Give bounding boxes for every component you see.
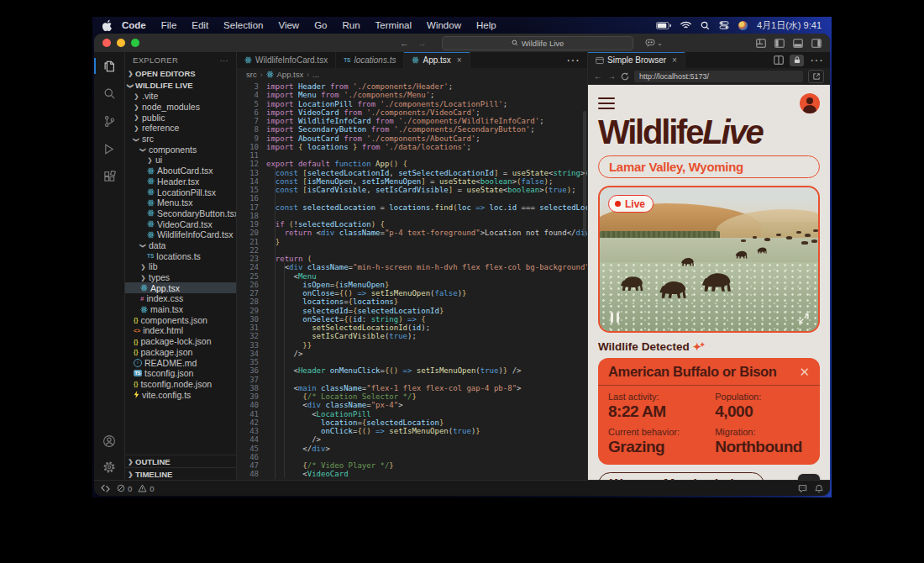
menu-go[interactable]: Go	[307, 20, 334, 30]
tree-item-src[interactable]: ❯src	[125, 134, 236, 145]
tree-item-index-html[interactable]: <>index.html	[125, 325, 236, 336]
control-center-icon[interactable]	[719, 21, 729, 29]
hamburger-menu-icon[interactable]	[598, 97, 615, 109]
customize-layout-icon[interactable]	[756, 39, 766, 48]
tree-item-main-tsx[interactable]: main.tsx	[125, 304, 236, 315]
copilot-menu[interactable]: ⌄	[645, 39, 663, 47]
tree-item-reference[interactable]: ❯reference	[125, 123, 236, 134]
floating-widget-button[interactable]	[798, 474, 820, 481]
back-icon[interactable]: ←	[400, 38, 409, 48]
wifi-icon[interactable]	[680, 21, 691, 29]
window-controls[interactable]	[102, 39, 139, 47]
tree-item--vite[interactable]: ❯.vite	[125, 91, 236, 102]
explorer-icon[interactable]	[94, 52, 124, 80]
menu-edit[interactable]: Edit	[184, 20, 216, 30]
url-input[interactable]: http://localhost:5173/	[634, 71, 803, 82]
pause-button-icon[interactable]	[611, 313, 619, 323]
breadcrumb-item[interactable]: src	[246, 70, 257, 79]
problems-indicator[interactable]: 0 0	[117, 484, 155, 493]
minimize-window-button[interactable]	[117, 39, 125, 47]
open-external-icon[interactable]	[808, 70, 824, 83]
tree-item-data[interactable]: ❯data	[125, 240, 236, 251]
western-meadowlark-button[interactable]: Western Meadowlark+	[598, 472, 764, 480]
tree-item-tsconfig-node-json[interactable]: {}tsconfig.node.json	[125, 379, 236, 390]
tree-item-wildlifeinfocard-tsx[interactable]: WildlifeInfoCard.tsx	[125, 229, 236, 240]
tab-app-tsx[interactable]: App.tsx×	[404, 52, 470, 68]
extensions-icon[interactable]	[94, 163, 124, 191]
feedback-icon[interactable]	[798, 484, 807, 493]
toggle-panel-icon[interactable]	[793, 39, 803, 48]
apple-logo-icon[interactable]	[102, 19, 113, 31]
forward-icon[interactable]: →	[417, 38, 427, 48]
workspace-root[interactable]: ❯WILDLIFE LIVE	[125, 79, 236, 91]
tab-locations-ts[interactable]: TSlocations.ts	[336, 52, 404, 68]
menu-selection[interactable]: Selection	[216, 20, 270, 30]
tree-item-locationpill-tsx[interactable]: LocationPill.tsx	[125, 187, 236, 197]
editor-actions-icon[interactable]: ···	[559, 52, 587, 68]
menu-view[interactable]: View	[270, 20, 307, 30]
editor-scrollbar[interactable]	[583, 111, 586, 237]
settings-gear-icon[interactable]	[94, 455, 124, 480]
zoom-window-button[interactable]	[131, 39, 139, 47]
menu-run[interactable]: Run	[334, 20, 367, 30]
tab-wildlifeinfocard-tsx[interactable]: WildlifeInfoCard.tsx	[237, 52, 336, 68]
tree-item-node_modules[interactable]: ❯node_modules	[125, 102, 236, 113]
account-icon[interactable]	[94, 427, 124, 455]
tree-item-public[interactable]: ❯public	[125, 112, 236, 123]
tree-item-components-json[interactable]: {}components.json	[125, 314, 236, 325]
more-actions-icon[interactable]: ···	[810, 53, 823, 68]
close-window-button[interactable]	[102, 39, 111, 47]
avatar[interactable]	[800, 93, 820, 113]
tree-item-secondarybutton-tsx[interactable]: SecondaryButton.tsx	[125, 208, 236, 219]
tree-item-locations-ts[interactable]: TSlocations.ts	[125, 250, 236, 261]
menu-code[interactable]: Code	[114, 20, 154, 30]
toggle-primary-sidebar-icon[interactable]	[774, 39, 785, 48]
tree-item-aboutcard-tsx[interactable]: AboutCard.tsx	[125, 166, 236, 176]
run-debug-icon[interactable]	[94, 135, 124, 163]
menu-terminal[interactable]: Terminal	[368, 20, 419, 30]
menubar-clock[interactable]: 4月1日(水) 9:41	[757, 19, 822, 32]
tree-item-lib[interactable]: ❯lib	[125, 261, 236, 272]
tree-item-vite-config-ts[interactable]: vite.config.ts	[125, 389, 236, 400]
tree-item-readme-md[interactable]: iREADME.md	[125, 357, 236, 368]
split-editor-icon[interactable]	[774, 55, 784, 65]
tree-item-components[interactable]: ❯components	[125, 144, 236, 155]
remote-indicator[interactable]	[101, 484, 110, 492]
tree-item-index-css[interactable]: #index.css	[125, 293, 236, 304]
breadcrumb-item[interactable]: App.tsx	[277, 70, 304, 79]
tree-item-package-lock-json[interactable]: {}package-lock.json	[125, 336, 236, 347]
menu-window[interactable]: Window	[419, 20, 469, 30]
search-sidebar-icon[interactable]	[94, 80, 124, 108]
explorer-actions-icon[interactable]: ···	[220, 55, 228, 65]
vscode-titlebar[interactable]: ←→ Wildlife Live ⌄	[94, 34, 830, 52]
breadcrumb[interactable]: src› App.tsx› ...	[237, 68, 587, 81]
tree-item-ui[interactable]: ❯ui	[125, 155, 236, 166]
location-pill-button[interactable]: Lamar Valley, Wyoming	[598, 155, 820, 178]
tree-item-package-json[interactable]: {}package.json	[125, 347, 236, 358]
browser-forward-icon[interactable]: →	[607, 72, 616, 81]
language-globe-icon[interactable]	[738, 21, 748, 30]
tree-item-menu-tsx[interactable]: Menu.tsx	[125, 197, 236, 208]
breadcrumb-item[interactable]: ...	[312, 70, 319, 79]
open-editors-section[interactable]: ❯OPEN EDITORS	[125, 67, 236, 79]
source-control-icon[interactable]	[94, 108, 124, 135]
outline-section[interactable]: ❯OUTLINE	[125, 455, 236, 467]
close-tab-icon[interactable]: ×	[672, 55, 677, 65]
close-card-icon[interactable]: ✕	[799, 366, 810, 378]
code-editor[interactable]: 3import Header from './components/Header…	[237, 81, 587, 480]
spotlight-icon[interactable]	[701, 21, 710, 30]
menu-file[interactable]: File	[154, 20, 185, 30]
tab-simple-browser[interactable]: Simple Browser ×	[588, 52, 685, 68]
notifications-bell-icon[interactable]	[815, 484, 823, 493]
browser-reload-icon[interactable]	[621, 72, 629, 81]
lock-button[interactable]	[790, 55, 804, 66]
toggle-secondary-sidebar-icon[interactable]	[811, 39, 822, 48]
tree-item-app-tsx[interactable]: App.tsx	[125, 282, 236, 293]
menu-help[interactable]: Help	[469, 20, 504, 30]
command-center-search[interactable]: Wildlife Live	[442, 36, 633, 50]
expand-icon[interactable]	[799, 313, 809, 324]
video-card[interactable]: Live	[598, 186, 820, 333]
browser-back-icon[interactable]: ←	[594, 72, 602, 81]
close-tab-icon[interactable]: ×	[457, 55, 462, 65]
tree-item-tsconfig-json[interactable]: TStsconfig.json	[125, 368, 236, 379]
